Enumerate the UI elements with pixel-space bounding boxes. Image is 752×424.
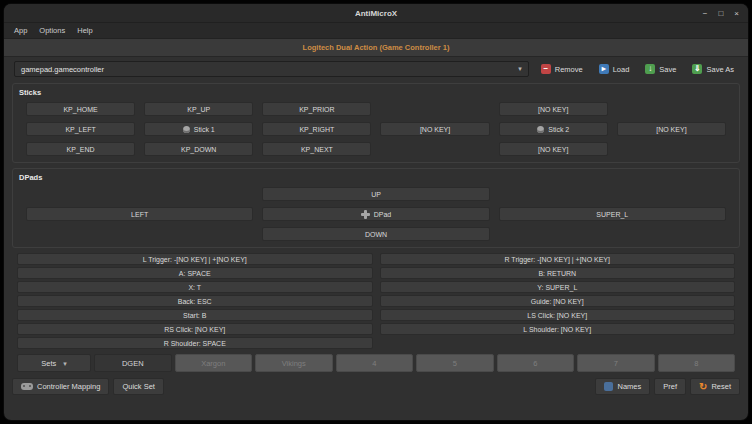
dpad-up-button[interactable]: UP xyxy=(262,187,489,201)
dpads-group: DPads UP LEFT DPad SUPER_L DOWN xyxy=(12,168,740,248)
reset-label: Reset xyxy=(711,382,731,391)
dpad-left-button[interactable]: LEFT xyxy=(26,207,253,221)
sets-dropdown-button[interactable]: Sets ▾ xyxy=(17,354,91,372)
load-button[interactable]: ▸ Load xyxy=(595,62,634,76)
stick1-up-left-button[interactable]: KP_HOME xyxy=(26,102,135,116)
button-assignment-list: L Trigger: -[NO KEY] | +[NO KEY] R Trigg… xyxy=(17,253,735,349)
window-controls: − □ × xyxy=(703,9,739,18)
a-button[interactable]: A: SPACE xyxy=(17,267,373,279)
b-button[interactable]: B: RETURN xyxy=(380,267,736,279)
dpad-down-button[interactable]: DOWN xyxy=(262,227,489,241)
stick1-up-right-button[interactable]: KP_PRIOR xyxy=(262,102,371,116)
load-label: Load xyxy=(613,65,630,74)
remove-button[interactable]: − Remove xyxy=(537,62,587,76)
save-as-button[interactable]: ⇓ Save As xyxy=(688,62,738,76)
sets-row: Sets ▾ DGEN Xargon Vikings 4 5 6 7 8 xyxy=(17,354,735,372)
pref-button[interactable]: Pref xyxy=(654,378,686,395)
stick1-down-left-button[interactable]: KP_END xyxy=(26,142,135,156)
menu-bar: App Options Help xyxy=(4,23,748,39)
stick1-center-button[interactable]: Stick 1 xyxy=(144,122,253,136)
stick2-left-button[interactable]: [NO KEY] xyxy=(380,122,489,136)
r-trigger-button[interactable]: R Trigger: -[NO KEY] | +[NO KEY] xyxy=(380,253,736,265)
remove-icon: − xyxy=(541,64,551,74)
names-label: Names xyxy=(617,382,641,391)
names-button[interactable]: Names xyxy=(595,378,650,395)
stick1-down-right-button[interactable]: KP_NEXT xyxy=(262,142,371,156)
joystick-icon xyxy=(537,126,544,133)
bottom-bar: Controller Mapping Quick Set Names Pref … xyxy=(4,375,748,398)
dpad-right-button[interactable]: SUPER_L xyxy=(499,207,726,221)
stick2-label: Stick 2 xyxy=(548,126,569,133)
set-button-dgen[interactable]: DGEN xyxy=(94,354,172,372)
save-as-label: Save As xyxy=(706,65,734,74)
title-bar: AntiMicroX − □ × xyxy=(4,4,748,23)
stick2-up-button[interactable]: [NO KEY] xyxy=(499,102,608,116)
dpad-label: DPad xyxy=(374,211,392,218)
reset-button[interactable]: ↻ Reset xyxy=(690,378,740,395)
set-button-4[interactable]: 4 xyxy=(336,354,414,372)
sets-label: Sets xyxy=(41,359,56,368)
profile-combobox-value: gamepad.gamecontroller xyxy=(21,65,104,74)
sticks-group: Sticks KP_HOME KP_UP KP_PRIOR [NO KEY] K… xyxy=(12,83,740,163)
l-trigger-button[interactable]: L Trigger: -[NO KEY] | +[NO KEY] xyxy=(17,253,373,265)
quick-set-button[interactable]: Quick Set xyxy=(113,378,164,395)
controller-mapping-button[interactable]: Controller Mapping xyxy=(12,378,109,395)
set-button-5[interactable]: 5 xyxy=(416,354,494,372)
close-icon[interactable]: × xyxy=(734,9,739,18)
dpad-grid: UP LEFT DPad SUPER_L DOWN xyxy=(26,187,726,241)
back-button[interactable]: Back: ESC xyxy=(17,295,373,307)
save-as-icon: ⇓ xyxy=(692,64,702,74)
maximize-icon[interactable]: □ xyxy=(718,9,723,18)
save-label: Save xyxy=(659,65,676,74)
chevron-down-icon: ▾ xyxy=(512,65,522,73)
y-button[interactable]: Y: SUPER_L xyxy=(380,281,736,293)
dpads-group-title: DPads xyxy=(19,173,726,182)
dpad-center-button[interactable]: DPad xyxy=(262,207,489,221)
load-icon: ▸ xyxy=(599,64,609,74)
reset-icon: ↻ xyxy=(699,382,707,392)
rs-click-button[interactable]: RS Click: [NO KEY] xyxy=(17,323,373,335)
app-window: AntiMicroX − □ × App Options Help Logite… xyxy=(4,4,748,420)
profile-toolbar: gamepad.gamecontroller ▾ − Remove ▸ Load… xyxy=(4,57,748,81)
controller-tab[interactable]: Logitech Dual Action (Game Controller 1) xyxy=(4,39,748,57)
set-button-6[interactable]: 6 xyxy=(497,354,575,372)
set-button-xargon[interactable]: Xargon xyxy=(175,354,253,372)
save-icon: ↓ xyxy=(645,64,655,74)
menu-app[interactable]: App xyxy=(8,26,33,35)
names-icon xyxy=(604,382,613,391)
guide-button[interactable]: Guide: [NO KEY] xyxy=(380,295,736,307)
sticks-group-title: Sticks xyxy=(19,88,726,97)
gamepad-icon xyxy=(21,383,33,390)
window-title: AntiMicroX xyxy=(4,9,748,18)
save-button[interactable]: ↓ Save xyxy=(641,62,680,76)
stick1-right-button[interactable]: KP_RIGHT xyxy=(262,122,371,136)
set-button-8[interactable]: 8 xyxy=(658,354,736,372)
profile-combobox[interactable]: gamepad.gamecontroller ▾ xyxy=(14,61,529,77)
chevron-down-icon: ▾ xyxy=(63,360,67,367)
sticks-grid: KP_HOME KP_UP KP_PRIOR [NO KEY] KP_LEFT … xyxy=(26,102,726,156)
controller-tab-label: Logitech Dual Action (Game Controller 1) xyxy=(303,43,450,52)
start-button[interactable]: Start: B xyxy=(17,309,373,321)
set-button-7[interactable]: 7 xyxy=(577,354,655,372)
joystick-icon xyxy=(183,126,190,133)
dpad-icon xyxy=(361,210,370,219)
menu-help[interactable]: Help xyxy=(71,26,98,35)
stick1-label: Stick 1 xyxy=(194,126,215,133)
l-shoulder-button[interactable]: L Shoulder: [NO KEY] xyxy=(380,323,736,335)
stick2-center-button[interactable]: Stick 2 xyxy=(499,122,608,136)
set-button-vikings[interactable]: Vikings xyxy=(255,354,333,372)
stick2-down-button[interactable]: [NO KEY] xyxy=(499,142,608,156)
controller-mapping-label: Controller Mapping xyxy=(37,382,100,391)
ls-click-button[interactable]: LS Click: [NO KEY] xyxy=(380,309,736,321)
menu-options[interactable]: Options xyxy=(33,26,71,35)
stick1-up-button[interactable]: KP_UP xyxy=(144,102,253,116)
x-button[interactable]: X: T xyxy=(17,281,373,293)
stick1-left-button[interactable]: KP_LEFT xyxy=(26,122,135,136)
minimize-icon[interactable]: − xyxy=(703,9,708,18)
stick1-down-button[interactable]: KP_DOWN xyxy=(144,142,253,156)
r-shoulder-button[interactable]: R Shoulder: SPACE xyxy=(17,337,373,349)
stick2-right-button[interactable]: [NO KEY] xyxy=(617,122,726,136)
remove-label: Remove xyxy=(555,65,583,74)
